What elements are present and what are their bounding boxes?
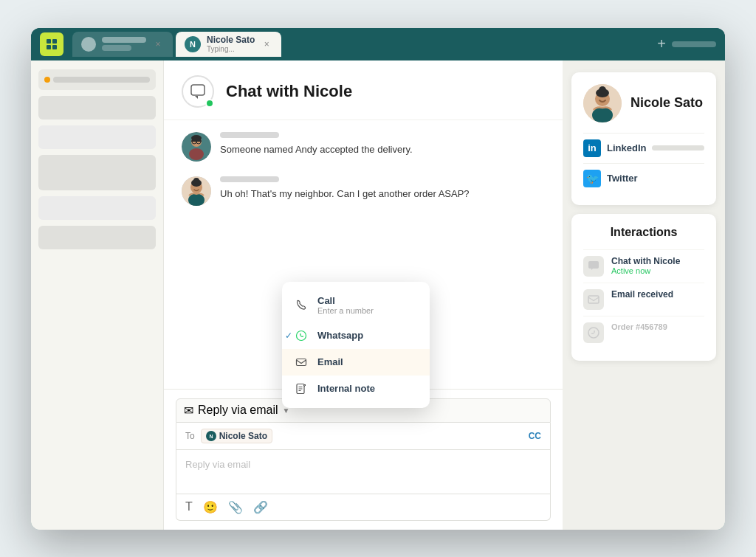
sidebar-item-1[interactable] [38, 96, 156, 120]
dropdown-email-text: Email [317, 356, 343, 367]
reply-to-label: To [185, 431, 195, 441]
dropdown-internal-note-text: Internal note [317, 383, 375, 394]
app-logo [40, 32, 63, 56]
tab-nicole[interactable]: N Nicole Sato Typing... × [176, 32, 281, 57]
reply-method-label: Reply via email [198, 404, 278, 417]
chat-area: Chat with Nicole [164, 60, 563, 530]
contact-name: Nicole Sato [630, 95, 703, 111]
message-content-1: Someone named Andy accepted the delivery… [220, 132, 545, 157]
reply-email-icon: ✉ [184, 404, 193, 418]
tab-nicole-close[interactable]: × [261, 38, 272, 50]
dropdown-item-internal-note[interactable]: Internal note [282, 376, 430, 402]
svg-rect-20 [297, 359, 306, 365]
dropdown-email-label: Email [317, 356, 343, 367]
title-bar-right-bar [672, 41, 716, 47]
toolbar-attach-icon[interactable]: 📎 [228, 500, 243, 514]
interactions-card: Interactions Chat with Nicole Active now [571, 214, 716, 361]
chat-bubble-icon [190, 83, 206, 100]
twitter-label: Twitter [607, 173, 638, 184]
svg-point-32 [588, 328, 599, 338]
chat-title: Chat with Nicole [226, 82, 352, 101]
message-name-bar-2 [220, 176, 279, 182]
interaction-chat-icon [583, 256, 604, 277]
message-row-2: Uh oh! That's my neighbor. Can I get ano… [182, 176, 545, 206]
tab-inactive-close[interactable]: × [152, 38, 164, 50]
svg-rect-1 [52, 39, 57, 44]
interaction-email-text: Email received [611, 289, 673, 300]
linkedin-label: LinkedIn [607, 142, 646, 153]
reply-to-name-tag[interactable]: N Nicole Sato [201, 429, 272, 443]
sidebar-item-5[interactable] [38, 226, 156, 249]
svg-point-15 [193, 178, 199, 184]
reply-toolbar: T 🙂 📎 🔗 [176, 494, 551, 521]
interactions-title: Interactions [583, 226, 704, 239]
svg-point-8 [189, 148, 204, 160]
reply-to-bar: To N Nicole Sato CC [176, 423, 551, 450]
reply-input-area[interactable]: Reply via email [176, 450, 551, 494]
linkedin-bar [652, 145, 704, 151]
internal-note-icon [294, 383, 309, 395]
interaction-order-text: Order #456789 [611, 322, 667, 331]
message-avatar-2 [182, 176, 211, 206]
sidebar-item-3[interactable] [38, 155, 156, 190]
contact-card: Nicole Sato in LinkedIn 🐦 Twitter [571, 72, 716, 205]
sidebar-dot [44, 77, 50, 83]
interaction-chat-label: Chat with Nicole [611, 256, 680, 266]
dropdown-whatsapp-label: Whatsapp [317, 330, 363, 341]
svg-text:N: N [209, 434, 213, 439]
online-status-dot [205, 99, 214, 108]
interaction-email-icon [583, 289, 604, 310]
tab-inactive[interactable]: × [72, 32, 173, 57]
app-window: × N Nicole Sato Typing... × + [31, 28, 725, 530]
interaction-order-label: Order #456789 [611, 322, 667, 331]
interaction-chat[interactable]: Chat with Nicole Active now [583, 249, 704, 283]
reply-cc-button[interactable]: CC [529, 431, 541, 441]
message-avatar-1 [182, 132, 211, 162]
call-icon [294, 299, 309, 311]
dropdown-internal-note-label: Internal note [317, 383, 375, 394]
toolbar-link-icon[interactable]: 🔗 [253, 500, 268, 514]
whatsapp-check-icon: ✓ [285, 331, 292, 341]
svg-rect-4 [191, 85, 205, 95]
social-linkedin[interactable]: in LinkedIn [583, 133, 704, 163]
tab-nicole-avatar: N [185, 36, 201, 52]
interaction-order[interactable]: Order #456789 [583, 316, 704, 349]
email-menu-icon [294, 356, 309, 368]
main-content: Chat with Nicole [31, 60, 725, 530]
chat-header: Chat with Nicole [164, 60, 563, 120]
reply-area: ✉ Reply via email ▼ To N Nicole Sato CC [164, 389, 563, 530]
svg-rect-30 [588, 261, 599, 269]
message-name-bar-1 [220, 132, 279, 138]
interaction-email-label: Email received [611, 289, 673, 300]
tab-inactive-avatar [81, 37, 96, 52]
svg-rect-3 [52, 45, 57, 49]
interaction-chat-sublabel: Active now [611, 266, 680, 275]
sidebar-item-2[interactable] [38, 125, 156, 149]
chat-icon-wrap [182, 75, 214, 108]
reply-to-contact: Nicole Sato [219, 431, 267, 441]
reply-to-avatar: N [206, 431, 216, 441]
social-twitter[interactable]: 🐦 Twitter [583, 163, 704, 193]
interaction-order-icon [583, 322, 604, 343]
sidebar-search-bar [53, 77, 150, 83]
sidebar [31, 60, 164, 530]
message-content-2: Uh oh! That's my neighbor. Can I get ano… [220, 176, 545, 201]
svg-rect-2 [47, 45, 51, 49]
tab-new-button[interactable]: + [657, 35, 666, 52]
whatsapp-icon [294, 330, 309, 342]
dropdown-item-call[interactable]: Call Enter a number [282, 288, 430, 322]
sidebar-item-4[interactable] [38, 196, 156, 220]
interaction-email[interactable]: Email received [583, 283, 704, 316]
message-text-1: Someone named Andy accepted the delivery… [220, 142, 545, 157]
reply-placeholder: Reply via email [185, 459, 250, 470]
interaction-chat-text: Chat with Nicole Active now [611, 256, 680, 275]
toolbar-emoji-icon[interactable]: 🙂 [203, 500, 218, 514]
svg-point-19 [297, 331, 306, 340]
tab-nicole-name: Nicole Sato [207, 35, 255, 45]
sidebar-search[interactable] [38, 69, 156, 90]
svg-rect-31 [588, 296, 599, 303]
toolbar-text-icon[interactable]: T [185, 500, 193, 513]
dropdown-item-whatsapp[interactable]: ✓ Whatsapp [282, 322, 430, 349]
dropdown-call-text: Call Enter a number [317, 295, 374, 315]
dropdown-item-email[interactable]: Email [282, 349, 430, 376]
